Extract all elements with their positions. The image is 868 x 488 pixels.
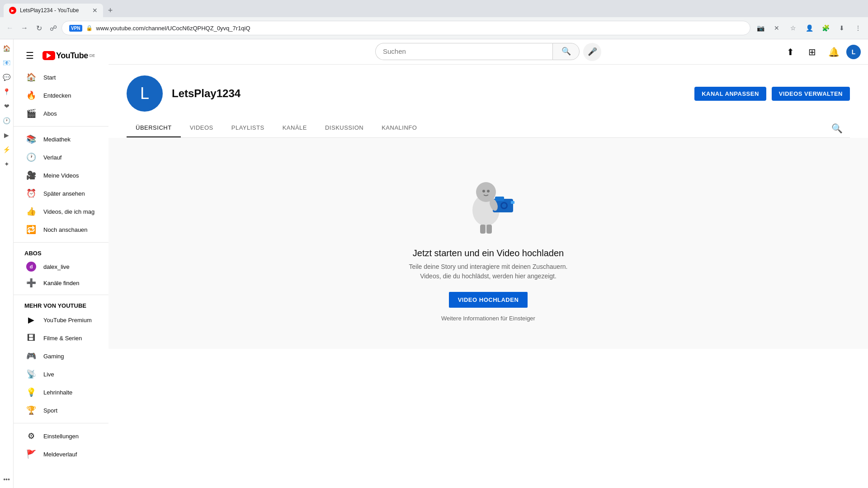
channel-info: LetsPlay1234	[172, 87, 241, 100]
active-tab[interactable]: ▶ LetsPlay1234 - YouTube ✕	[4, 4, 103, 17]
explore-icon: 🔥	[26, 90, 36, 100]
sidebar-item-start[interactable]: 🏠 Start	[15, 68, 107, 86]
url-text: www.youtube.com/channel/UCocN6zQPHQZ_0yv…	[96, 25, 250, 32]
sidebar-item-entdecken[interactable]: 🔥 Entdecken	[15, 86, 107, 104]
upload-video-button[interactable]: VIDEO HOCHLADEN	[449, 292, 528, 308]
toolbar-icons: 📷 ✕ ☆ 👤 🧩 ⬇ ⋮	[754, 22, 864, 34]
live-icon: 📡	[26, 369, 36, 379]
subscriptions-icon: 🎬	[26, 108, 36, 118]
sidebar-item-live[interactable]: 📡 Live	[15, 365, 107, 383]
sidebar-item-gaming[interactable]: 🎮 Gaming	[15, 347, 107, 365]
channel-tabs: ÜBERSICHT VIDEOS PLAYLISTS KANÄLE DISKUS…	[127, 119, 850, 138]
sidebar-item-liked[interactable]: 👍 Videos, die ich mag	[15, 202, 107, 221]
tab-favicon: ▶	[9, 7, 16, 14]
sidebar-divider-1	[14, 126, 108, 127]
yt-logo-country: DE	[90, 53, 95, 58]
sidebar-item-meldeverlauf[interactable]: 🚩 Meldeverlauf	[15, 445, 107, 463]
upload-button[interactable]: ⬆	[781, 43, 799, 61]
channel-search-button[interactable]: 🔍	[824, 119, 850, 137]
user-avatar[interactable]: L	[846, 45, 861, 59]
mini-nav-more[interactable]: •••	[1, 474, 12, 485]
tab-diskussion[interactable]: DISKUSSION	[316, 119, 373, 137]
yt-logo-icon	[42, 51, 55, 60]
tab-kanaele[interactable]: KANÄLE	[274, 119, 316, 137]
svg-rect-9	[486, 225, 492, 234]
sidebar-item-youtube-premium[interactable]: ▶ YouTube Premium	[15, 311, 107, 329]
sidebar-mediathek-label: Mediathek	[43, 136, 71, 143]
sidebar-item-filme-serien[interactable]: 🎞 Filme & Serien	[15, 329, 107, 347]
mini-nav-chat[interactable]: 💬	[1, 72, 12, 83]
mini-nav-bolt[interactable]: ⚡	[1, 144, 12, 155]
app-wrapper: 🏠 📧 💬 📍 ❤ 🕐 ▶ ⚡ ✦ ••• ☰ YouTubeDE 🏠 Star…	[0, 39, 868, 488]
close-icon[interactable]: ✕	[770, 22, 783, 34]
videos-verwalten-button[interactable]: VIDEOS VERWALTEN	[772, 87, 850, 101]
tab-bar: ▶ LetsPlay1234 - YouTube ✕ +	[0, 0, 868, 17]
mini-nav-subscriptions[interactable]: 📧	[1, 57, 12, 68]
apps-button[interactable]: ⊞	[803, 43, 821, 61]
channel-header: L LetsPlay1234 KANAL ANPASSEN VIDEOS VER…	[108, 65, 868, 138]
mini-vertical-nav: 🏠 📧 💬 📍 ❤ 🕐 ▶ ⚡ ✦ •••	[0, 39, 14, 488]
library-icon: 📚	[26, 134, 36, 144]
notifications-button[interactable]: 🔔	[825, 43, 843, 61]
sidebar-item-lehrinhalte[interactable]: 💡 Lehrinhalte	[15, 383, 107, 401]
mini-nav-location[interactable]: 📍	[1, 86, 12, 97]
menu-icon[interactable]: ⋮	[852, 22, 864, 34]
sidebar-start-label: Start	[43, 74, 56, 81]
mini-nav-star[interactable]: ✦	[1, 159, 12, 169]
yt-logo-text: YouTube	[56, 51, 88, 61]
forward-button[interactable]: →	[18, 22, 31, 34]
sidebar-item-kanaele-finden[interactable]: ➕ Kanäle finden	[15, 275, 107, 291]
lehrinhalte-label: Lehrinhalte	[43, 389, 72, 396]
more-info-link[interactable]: Weitere Informationen für Einsteiger	[441, 315, 535, 322]
sidebar-item-noch-anschauen[interactable]: 🔁 Noch anschauen	[15, 221, 107, 239]
sport-icon: 🏆	[26, 405, 36, 415]
sidebar-item-sport[interactable]: 🏆 Sport	[15, 401, 107, 419]
address-bar[interactable]: VPN 🔒 www.youtube.com/channel/UCocN6zQPH…	[61, 21, 750, 35]
download-icon[interactable]: ⬇	[835, 22, 848, 34]
sidebar-entdecken-label: Entdecken	[43, 92, 71, 99]
kanal-anpassen-button[interactable]: KANAL ANPASSEN	[694, 87, 766, 101]
svg-point-5	[502, 203, 506, 208]
hamburger-button[interactable]: ☰	[21, 47, 39, 65]
sidebar-item-spaeter[interactable]: ⏰ Später ansehen	[15, 184, 107, 202]
abos-section-title: ABOS	[14, 246, 108, 258]
search-container: 🔍 🎤	[375, 43, 601, 61]
screenshot-icon[interactable]: 📷	[754, 22, 767, 34]
account-icon[interactable]: 👤	[803, 22, 816, 34]
sidebar-item-einstellungen[interactable]: ⚙ Einstellungen	[15, 427, 107, 445]
sidebar-item-meine-videos[interactable]: 🎥 Meine Videos	[15, 166, 107, 184]
sidebar: ☰ YouTubeDE 🏠 Start 🔥 Entdecken 🎬 Abos 📚	[14, 39, 108, 488]
voice-search-button[interactable]: 🎤	[583, 43, 601, 61]
mini-nav-home[interactable]: 🏠	[1, 43, 12, 54]
tab-ubersicht[interactable]: ÜBERSICHT	[127, 119, 181, 137]
tab-close-button[interactable]: ✕	[92, 7, 98, 14]
empty-state: Jetzt starten und ein Video hochladen Te…	[108, 138, 868, 349]
youtube-logo[interactable]: YouTubeDE	[42, 51, 95, 61]
mini-nav-heart[interactable]: ❤	[1, 101, 12, 112]
mini-nav-play[interactable]: ▶	[1, 130, 12, 141]
gaming-icon: 🎮	[26, 351, 36, 361]
extensions-icon[interactable]: 🧩	[819, 22, 832, 34]
sidebar-item-verlauf[interactable]: 🕐 Verlauf	[15, 148, 107, 166]
sidebar-divider-2	[14, 242, 108, 243]
sidebar-item-mediathek[interactable]: 📚 Mediathek	[15, 130, 107, 148]
tab-playlists[interactable]: PLAYLISTS	[222, 119, 274, 137]
top-nav: ☰ YouTubeDE	[14, 43, 108, 68]
home-button[interactable]: ☍	[47, 22, 60, 34]
reload-button[interactable]: ↻	[33, 22, 45, 34]
search-button[interactable]: 🔍	[552, 43, 580, 60]
sidebar-item-dalex[interactable]: d dalex_live	[15, 258, 107, 275]
channel-name: LetsPlay1234	[172, 87, 241, 100]
empty-subtitle: Teile deine Story und interagiere mit de…	[407, 262, 570, 281]
back-button[interactable]: ←	[4, 22, 16, 34]
sidebar-divider-4	[14, 423, 108, 423]
tab-videos[interactable]: VIDEOS	[181, 119, 222, 137]
browser-chrome: ▶ LetsPlay1234 - YouTube ✕ + ← → ↻ ☍ VPN…	[0, 0, 868, 39]
svg-rect-6	[511, 201, 514, 204]
new-tab-button[interactable]: +	[105, 5, 116, 16]
search-input[interactable]	[375, 43, 552, 60]
bookmark-icon[interactable]: ☆	[787, 22, 799, 34]
mini-nav-clock[interactable]: 🕐	[1, 115, 12, 126]
sidebar-item-abos[interactable]: 🎬 Abos	[15, 104, 107, 122]
tab-kanalinfo[interactable]: KANALINFO	[373, 119, 426, 137]
